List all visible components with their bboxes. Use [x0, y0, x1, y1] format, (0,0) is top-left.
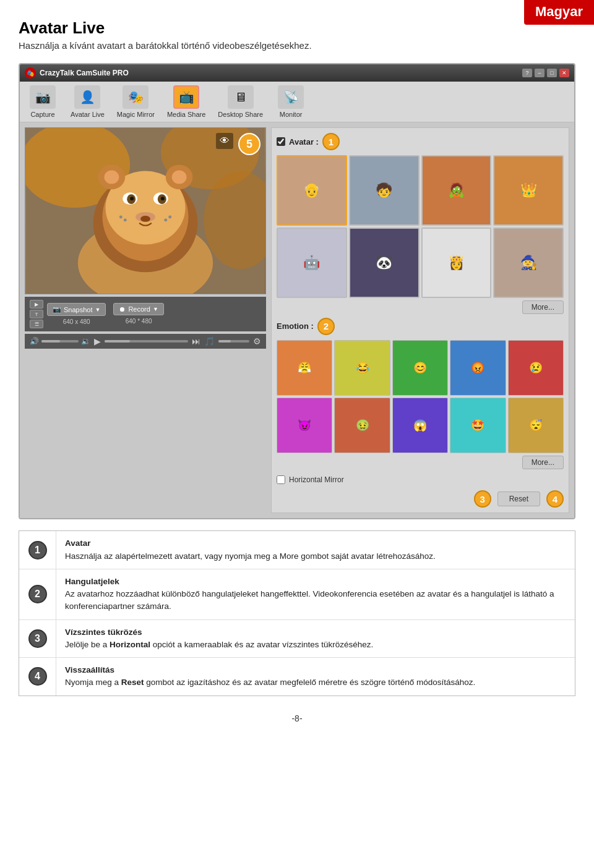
emotion-thumb-8[interactable]: 😱 — [392, 398, 448, 453]
play-button[interactable]: ▶ — [94, 336, 101, 346]
media-share-icon: 📺 — [173, 85, 199, 109]
info-table: 1 Avatar Használja az alapértelmezett av… — [19, 530, 575, 696]
horizontal-mirror-row: Horizontal Mirror — [277, 475, 564, 484]
avatar-thumb-3[interactable]: 🧟 — [421, 155, 492, 226]
video-badge-5: 5 — [238, 133, 260, 155]
settings-icon[interactable]: ⚙ — [253, 336, 261, 346]
emotion-thumb-2[interactable]: 😂 — [334, 340, 390, 396]
info-body-suffix-3: opciót a kameraablak és az avatar vízszi… — [150, 640, 373, 649]
info-body-1: Használja az alapértelmezett avatart, va… — [65, 551, 436, 561]
svg-point-13 — [161, 197, 165, 200]
avatar-badge-1: 1 — [322, 133, 340, 150]
main-content: 👁 5 ▶ T ☰ 📷 Snapshot ▼ — [20, 122, 574, 518]
emotion-thumb-9[interactable]: 🤩 — [450, 398, 506, 453]
emotion-thumb-1[interactable]: 😤 — [277, 340, 332, 396]
music-slider[interactable] — [218, 340, 249, 343]
volume-slider[interactable] — [41, 340, 79, 343]
playback-slider[interactable] — [105, 340, 188, 343]
avatar-thumb-2[interactable]: 🧒 — [349, 155, 420, 226]
toolbar-item-media-share[interactable]: 📺 Media Share — [167, 85, 205, 118]
record-size: 640 * 480 — [126, 318, 152, 325]
help-button[interactable]: ? — [522, 69, 532, 77]
record-dropdown-icon: ▼ — [153, 306, 158, 312]
toolbar-item-capture[interactable]: 📷 Capture — [27, 85, 58, 118]
info-num-3: 3 — [19, 620, 56, 658]
left-controls-group: ▶ T ☰ — [30, 300, 43, 328]
close-button[interactable]: ✕ — [559, 69, 569, 77]
avatar-more-button[interactable]: More... — [522, 300, 564, 314]
avatar-live-label: Avatar Live — [71, 111, 105, 118]
desktop-share-label: Desktop Share — [218, 111, 263, 118]
next-button[interactable]: ⏭ — [192, 336, 200, 346]
toolbar-item-magic-mirror[interactable]: 🎭 Magic Mirror — [117, 85, 155, 118]
badge-4: 4 — [546, 490, 564, 508]
info-num-1: 1 — [19, 531, 56, 569]
page-number: -8- — [291, 713, 302, 723]
info-body-prefix-3: Jelölje be a — [65, 640, 110, 649]
record-label: Record — [128, 305, 150, 313]
maximize-button[interactable]: □ — [547, 69, 557, 77]
num-badge-2: 2 — [28, 585, 47, 603]
monitor-icon: 📡 — [278, 85, 304, 109]
capture-icon: 📷 — [30, 85, 56, 109]
info-text-2: Hangulatjelek Az avatarhoz hozzáadhat kü… — [56, 569, 575, 619]
avatar-thumb-4[interactable]: 👑 — [493, 155, 564, 226]
emotion-section: Emotion : 2 😤 😂 😊 😡 😢 😈 🤢 😱 🤩 😴 More... — [277, 318, 564, 470]
reset-row: 3 Reset 4 — [277, 490, 564, 508]
avatar-thumb-6[interactable]: 🐼 — [349, 228, 420, 298]
svg-point-22 — [164, 218, 167, 221]
magic-mirror-icon: 🎭 — [123, 85, 148, 109]
volume-icon: 🔊 — [30, 337, 39, 346]
reset-button[interactable]: Reset — [497, 491, 540, 506]
info-body-suffix-4: gombot az igazításhoz és az avatar megfe… — [144, 678, 476, 687]
record-button[interactable]: ⏺ Record ▼ — [113, 303, 163, 315]
magic-mirror-label: Magic Mirror — [117, 111, 155, 118]
toolbar-item-avatar-live[interactable]: 👤 Avatar Live — [71, 85, 105, 118]
ctrl-btn-1[interactable]: ▶ — [30, 300, 43, 308]
avatar-grid: 👴 🧒 🧟 👑 🤖 🐼 👸 🧙 — [277, 155, 564, 298]
desktop-share-icon: 🖥 — [228, 85, 254, 109]
media-share-label: Media Share — [167, 111, 205, 118]
snapshot-record-bar: ▶ T ☰ 📷 Snapshot ▼ 640 x 480 — [25, 297, 266, 331]
info-row-3: 3 Vízszintes tükrözés Jelölje be a Horiz… — [19, 620, 575, 658]
avatar-thumb-5[interactable]: 🤖 — [277, 228, 347, 298]
toolbar-item-desktop-share[interactable]: 🖥 Desktop Share — [218, 85, 263, 118]
emotion-thumb-10[interactable]: 😴 — [508, 398, 564, 453]
svg-point-19 — [172, 170, 187, 184]
avatar-thumb-8[interactable]: 🧙 — [493, 228, 564, 298]
emotion-thumb-7[interactable]: 🤢 — [334, 398, 390, 453]
minimize-button[interactable]: – — [535, 69, 544, 77]
info-title-1: Avatar — [65, 538, 91, 548]
capture-label: Capture — [30, 111, 54, 118]
ctrl-btn-3[interactable]: ☰ — [30, 320, 43, 328]
info-text-1: Avatar Használja az alapértelmezett avat… — [56, 531, 575, 569]
avatar-thumb-7[interactable]: 👸 — [421, 228, 492, 298]
ctrl-btn-2[interactable]: T — [30, 310, 43, 318]
snapshot-icon: 📷 — [53, 305, 61, 313]
volume-max-icon: 🔉 — [81, 337, 90, 346]
page-footer: -8- — [0, 702, 594, 730]
svg-point-21 — [119, 215, 123, 218]
info-num-2: 2 — [19, 569, 56, 619]
emotion-thumb-4[interactable]: 😡 — [450, 340, 506, 396]
page-title: Avatar Live — [19, 19, 575, 38]
info-row-1: 1 Avatar Használja az alapértelmezett av… — [19, 531, 575, 569]
avatar-live-icon: 👤 — [74, 85, 100, 109]
emotion-thumb-6[interactable]: 😈 — [277, 398, 332, 453]
monitor-label: Monitor — [280, 111, 303, 118]
emotion-thumb-3[interactable]: 😊 — [392, 340, 448, 396]
avatar-checkbox[interactable] — [277, 137, 285, 146]
info-body-bold-3: Horizontal — [110, 640, 150, 649]
toolbar-item-monitor[interactable]: 📡 Monitor — [275, 85, 306, 118]
emotion-thumb-5[interactable]: 😢 — [508, 340, 564, 396]
page-subtitle: Használja a kívánt avatart a barátokkal … — [19, 40, 575, 51]
emotion-section-header: Emotion : 2 — [277, 318, 564, 335]
horizontal-mirror-checkbox[interactable] — [277, 475, 285, 484]
emotion-more-button[interactable]: More... — [522, 456, 564, 469]
video-preview — [25, 128, 265, 294]
num-badge-3: 3 — [28, 629, 47, 648]
language-badge: Magyar — [524, 0, 594, 25]
avatar-thumb-1[interactable]: 👴 — [277, 155, 347, 226]
snapshot-button[interactable]: 📷 Snapshot ▼ — [47, 303, 106, 316]
emotion-section-label: Emotion : — [277, 321, 314, 331]
